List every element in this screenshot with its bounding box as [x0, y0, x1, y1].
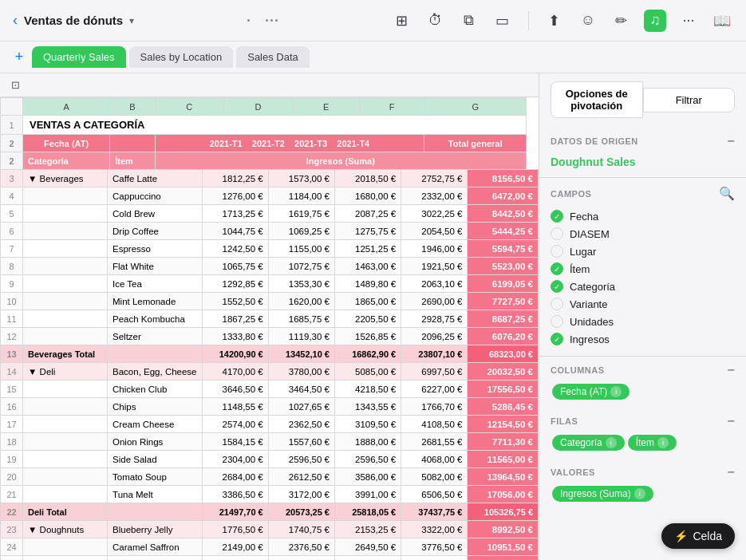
campo-checkbox[interactable]	[551, 298, 563, 310]
valores-tags: Ingresos (Suma) i	[551, 484, 735, 503]
clock-icon[interactable]: ⏱	[424, 10, 447, 32]
table-row: 14▼ DeliBacon, Egg, Cheese4170,00 €3780,…	[1, 363, 539, 381]
title-dropdown-icon[interactable]: ▾	[129, 15, 134, 26]
source-name[interactable]: Doughnut Sales	[551, 156, 636, 168]
top-bar-center	[247, 19, 278, 22]
col-c-header[interactable]: C	[155, 98, 223, 116]
table-wrapper[interactable]: A B C D E F G 1 VENTAS A CATEGORÍA	[0, 97, 539, 560]
back-button[interactable]: ‹	[13, 12, 18, 29]
celda-button[interactable]: ⚡ Celda	[661, 523, 735, 549]
merge-cells-icon[interactable]: ⊡	[6, 77, 24, 94]
columnas-title: COLUMNAS	[551, 365, 605, 375]
valores-tags-tag[interactable]: Ingresos (Suma) i	[552, 486, 653, 502]
campo-checkbox[interactable]: ✓	[551, 262, 563, 275]
filas-collapse-icon[interactable]: −	[727, 414, 735, 428]
filas-section: FILAS − Categoría iÍtem i	[539, 408, 746, 459]
campos-search-icon[interactable]: 🔍	[719, 186, 736, 201]
table-row: 15Chicken Club3646,50 €3464,50 €4218,50 …	[1, 381, 539, 398]
filas-tags-tag[interactable]: Categoría i	[552, 435, 625, 451]
campo-item: Variante	[551, 295, 735, 313]
filas-title: FILAS	[551, 416, 578, 426]
col-a-header[interactable]: A	[23, 98, 110, 116]
campo-label: Ingresos	[570, 333, 610, 345]
columnas-tags-tag[interactable]: Fecha (AT) i	[552, 384, 630, 400]
tab-sales-by-location[interactable]: Sales by Location	[129, 46, 234, 68]
tab-sales-data[interactable]: Sales Data	[236, 46, 310, 68]
table-row: 16Chips1148,55 €1027,65 €1343,55 €1766,7…	[1, 398, 539, 416]
pen-icon[interactable]: ✏	[610, 10, 633, 32]
table-row: 25Chocolate Glaze1185,60 €1105,65 €1441,…	[1, 556, 539, 561]
book-icon[interactable]: 📖	[711, 10, 733, 32]
table-row: 12Seltzer1333,80 €1119,30 €1526,85 €2096…	[1, 328, 539, 345]
table-row: 21Tuna Melt3386,50 €3172,00 €3991,00 €65…	[1, 486, 539, 503]
pivot-options-button[interactable]: Opciones de pivotación	[551, 81, 643, 118]
col-f-header[interactable]: F	[360, 98, 424, 116]
campo-checkbox[interactable]: ✓	[551, 280, 563, 293]
columnas-tags: Fecha (AT) i	[551, 382, 735, 401]
spreadsheet-table: A B C D E F G 1 VENTAS A CATEGORÍA	[0, 97, 527, 170]
campo-checkbox[interactable]: ✓	[551, 333, 563, 345]
campo-item: ✓Ítem	[551, 260, 735, 278]
columnas-collapse-icon[interactable]: −	[727, 363, 735, 377]
campo-checkbox[interactable]	[551, 315, 563, 328]
info-icon[interactable]: i	[657, 437, 669, 448]
table-row: 19Side Salad2304,00 €2596,50 €2596,50 €4…	[1, 451, 539, 468]
campo-item: Lugar	[551, 243, 735, 260]
filas-tags-tag[interactable]: Ítem i	[628, 435, 677, 451]
more-icon[interactable]: ···	[677, 10, 700, 32]
campo-checkbox[interactable]: ✓	[551, 210, 563, 223]
table-icon[interactable]: ⊞	[391, 10, 413, 32]
sheet-toolbar: ⊡	[0, 73, 539, 97]
campo-label: Variante	[570, 298, 607, 310]
campo-checkbox[interactable]	[551, 227, 563, 240]
valores-collapse-icon[interactable]: −	[727, 465, 735, 479]
col-e-header[interactable]: E	[293, 98, 360, 116]
table-row: 17Cream Cheese2574,00 €2362,50 €3109,50 …	[1, 416, 539, 433]
campo-item: Unidades	[551, 313, 735, 330]
campo-label: Unidades	[570, 316, 614, 328]
campo-label: Categoría	[570, 281, 615, 293]
add-sheet-button[interactable]: +	[10, 48, 29, 67]
subheader-row: 2 Categoría Ítem Ingresos (Suma)	[1, 152, 527, 170]
columnas-section: COLUMNAS − Fecha (AT) i	[539, 357, 746, 408]
celda-label: Celda	[693, 530, 722, 542]
campo-item: ✓Categoría	[551, 278, 735, 295]
datos-origen-collapse-icon[interactable]: −	[727, 134, 735, 148]
col-b-header[interactable]: B	[110, 98, 155, 116]
tab-quarterly-sales[interactable]: Quarterly Sales	[32, 46, 126, 68]
chart-icon[interactable]: ♫	[644, 10, 666, 32]
info-icon[interactable]: i	[634, 488, 645, 499]
right-panel: Opciones de pivotación Filtrar DATOS DE …	[539, 73, 746, 560]
datos-origen-section: DATOS DE ORIGEN − Doughnut Sales	[539, 126, 746, 178]
table-row: 24Caramel Saffron2149,00 €2376,50 €2649,…	[1, 538, 539, 556]
info-icon[interactable]: i	[610, 386, 622, 397]
campo-item: ✓Fecha	[551, 207, 735, 225]
filter-button[interactable]: Filtrar	[643, 88, 736, 112]
table-row: 8Flat White1065,75 €1072,75 €1463,00 €19…	[1, 258, 539, 275]
table-row: 18Onion Rings1584,15 €1557,60 €1888,00 €…	[1, 433, 539, 451]
top-bar: ‹ Ventas de dónuts ▾ ⊞ ⏱ ⧉ ▭ ⬆ ☺ ✏ ♫ ···…	[0, 0, 746, 41]
spreadsheet-area: ⊡ A B C D E F G	[0, 73, 539, 560]
corner-cell	[1, 98, 23, 116]
col-d-header[interactable]: D	[223, 98, 292, 116]
layers-icon[interactable]: ⧉	[458, 10, 480, 32]
valores-title: VALORES	[551, 467, 595, 477]
table-row: 7Espresso1242,50 €1155,00 €1251,25 €1946…	[1, 240, 539, 258]
share-icon[interactable]: ⬆	[543, 10, 566, 32]
col-g-header[interactable]: G	[424, 98, 527, 116]
table-row: 1 VENTAS A CATEGORÍA	[1, 116, 527, 135]
monitor-icon[interactable]: ▭	[491, 10, 514, 32]
top-bar-left: ‹ Ventas de dónuts ▾	[13, 12, 134, 29]
campo-checkbox[interactable]	[551, 245, 563, 258]
app-title: Ventas de dónuts	[24, 14, 123, 27]
header-row: 2 Fecha (AT) 2021-T1 2021-T2 2021-T3 202…	[1, 135, 527, 152]
table-row: 13Beverages Total14200,90 €13452,10 €168…	[1, 345, 539, 363]
filas-tags: Categoría iÍtem i	[551, 433, 735, 452]
table-row: 9Ice Tea1292,85 €1353,30 €1489,80 €2063,…	[1, 275, 539, 293]
campo-item: DIASEM	[551, 225, 735, 243]
table-row: 10Mint Lemonade1552,50 €1620,00 €1865,00…	[1, 293, 539, 310]
emoji-icon[interactable]: ☺	[577, 10, 599, 32]
campo-label: Ítem	[570, 263, 590, 275]
info-icon[interactable]: i	[606, 437, 617, 448]
table-row: 23▼ DoughnutsBlueberry Jelly1776,50 €174…	[1, 521, 539, 538]
